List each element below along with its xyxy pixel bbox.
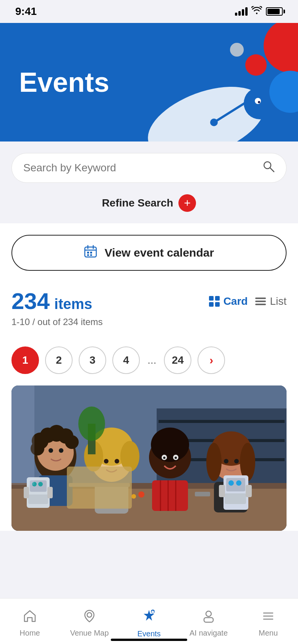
calendar-icon bbox=[84, 245, 97, 261]
nav-item-home[interactable]: Home bbox=[0, 598, 60, 644]
svg-rect-89 bbox=[204, 618, 213, 622]
view-event-calendar-button[interactable]: View event calendar bbox=[11, 235, 287, 271]
svg-rect-22 bbox=[159, 420, 285, 423]
menu-icon bbox=[261, 609, 275, 626]
svg-point-9 bbox=[210, 119, 218, 126]
svg-rect-68 bbox=[47, 487, 53, 498]
svg-rect-80 bbox=[195, 492, 210, 496]
svg-rect-81 bbox=[11, 385, 34, 485]
page-button-4[interactable]: 4 bbox=[112, 346, 140, 374]
nav-label-ai-navigate: AI navigate bbox=[189, 629, 228, 637]
results-section: 234 items Card bbox=[0, 278, 298, 531]
list-view-label: List bbox=[270, 295, 287, 307]
hero-decoration bbox=[138, 23, 298, 141]
page-button-1[interactable]: 1 bbox=[11, 346, 39, 374]
event-photo-svg bbox=[11, 385, 287, 531]
svg-point-7 bbox=[258, 101, 260, 103]
venue-map-icon bbox=[83, 609, 96, 626]
page-ellipsis: ... bbox=[146, 354, 158, 366]
results-header: 234 items Card bbox=[11, 290, 287, 313]
svg-point-2 bbox=[245, 54, 267, 76]
search-section bbox=[0, 141, 298, 187]
svg-point-46 bbox=[151, 428, 189, 462]
svg-point-65 bbox=[38, 482, 43, 486]
svg-point-1 bbox=[230, 43, 244, 57]
card-view-icon bbox=[209, 296, 220, 307]
results-count: 234 items bbox=[11, 290, 92, 313]
page-button-24[interactable]: 24 bbox=[164, 346, 191, 374]
svg-rect-67 bbox=[24, 487, 29, 498]
nav-item-venue-map[interactable]: Venue Map bbox=[60, 598, 119, 644]
svg-rect-18 bbox=[87, 254, 89, 256]
signal-icon bbox=[235, 7, 248, 16]
wifi-icon bbox=[251, 6, 262, 17]
event-card-image[interactable] bbox=[11, 385, 287, 531]
nav-item-events[interactable]: Events bbox=[119, 598, 179, 644]
svg-point-36 bbox=[59, 448, 63, 453]
nav-label-venue-map: Venue Map bbox=[70, 629, 109, 637]
nav-item-ai-navigate[interactable]: AI navigate bbox=[179, 598, 238, 644]
pagination: 1 2 3 4 ... 24 › bbox=[11, 335, 287, 382]
refine-plus-icon: + bbox=[178, 194, 196, 212]
status-time: 9:41 bbox=[15, 5, 37, 18]
svg-point-43 bbox=[115, 459, 119, 463]
results-range: 1-10 / out of 234 items bbox=[11, 317, 287, 327]
svg-point-57 bbox=[206, 443, 222, 481]
nav-label-events: Events bbox=[137, 629, 160, 638]
view-toggle: Card List bbox=[209, 295, 287, 307]
svg-rect-74 bbox=[219, 485, 225, 497]
card-view-label: Card bbox=[223, 295, 248, 307]
refine-search-label: Refine Search bbox=[102, 197, 173, 209]
svg-point-60 bbox=[234, 459, 239, 463]
svg-point-35 bbox=[49, 448, 53, 453]
view-list-button[interactable]: List bbox=[255, 295, 287, 307]
svg-rect-66 bbox=[28, 494, 48, 504]
page-button-2[interactable]: 2 bbox=[45, 346, 73, 374]
list-view-icon bbox=[255, 298, 266, 305]
status-icons bbox=[235, 6, 283, 17]
svg-point-3 bbox=[264, 23, 298, 73]
view-card-button[interactable]: Card bbox=[209, 295, 248, 307]
svg-line-11 bbox=[270, 168, 274, 172]
svg-rect-77 bbox=[67, 467, 132, 509]
svg-point-33 bbox=[65, 435, 79, 449]
search-icon bbox=[262, 160, 275, 176]
svg-point-71 bbox=[228, 480, 234, 486]
svg-point-79 bbox=[131, 494, 136, 499]
svg-rect-51 bbox=[152, 480, 188, 511]
nav-item-menu[interactable]: Menu bbox=[238, 598, 298, 644]
svg-point-84 bbox=[87, 613, 92, 617]
page-next-button[interactable]: › bbox=[198, 346, 225, 374]
svg-point-59 bbox=[224, 459, 228, 463]
bottom-navigation: Home Venue Map Events AI navigate bbox=[0, 598, 298, 644]
svg-point-42 bbox=[104, 459, 109, 463]
svg-point-83 bbox=[78, 407, 105, 441]
svg-point-88 bbox=[206, 611, 211, 616]
results-items-text: items bbox=[54, 296, 92, 312]
status-bar: 9:41 bbox=[0, 0, 298, 23]
svg-rect-16 bbox=[87, 252, 89, 254]
battery-icon bbox=[266, 7, 283, 16]
svg-rect-73 bbox=[225, 493, 246, 504]
results-number: 234 bbox=[11, 290, 50, 313]
refine-section: Refine Search + bbox=[0, 187, 298, 223]
ai-navigate-icon bbox=[202, 609, 215, 626]
search-bar[interactable] bbox=[11, 153, 287, 183]
svg-rect-17 bbox=[90, 252, 92, 254]
svg-rect-19 bbox=[90, 254, 92, 256]
home-indicator bbox=[111, 639, 187, 641]
svg-point-50 bbox=[175, 457, 177, 459]
nav-label-home: Home bbox=[19, 629, 40, 637]
svg-rect-70 bbox=[226, 478, 245, 491]
search-input[interactable] bbox=[23, 162, 256, 174]
page-button-3[interactable]: 3 bbox=[79, 346, 106, 374]
hero-banner: Events bbox=[0, 23, 298, 141]
hero-title: Events bbox=[19, 67, 109, 98]
calendar-button-label: View event calendar bbox=[105, 246, 214, 259]
home-icon bbox=[23, 609, 37, 626]
svg-point-78 bbox=[138, 491, 144, 498]
svg-point-48 bbox=[163, 457, 165, 459]
svg-point-72 bbox=[236, 480, 241, 486]
refine-search-button[interactable]: Refine Search + bbox=[102, 194, 196, 212]
svg-rect-75 bbox=[246, 485, 252, 497]
